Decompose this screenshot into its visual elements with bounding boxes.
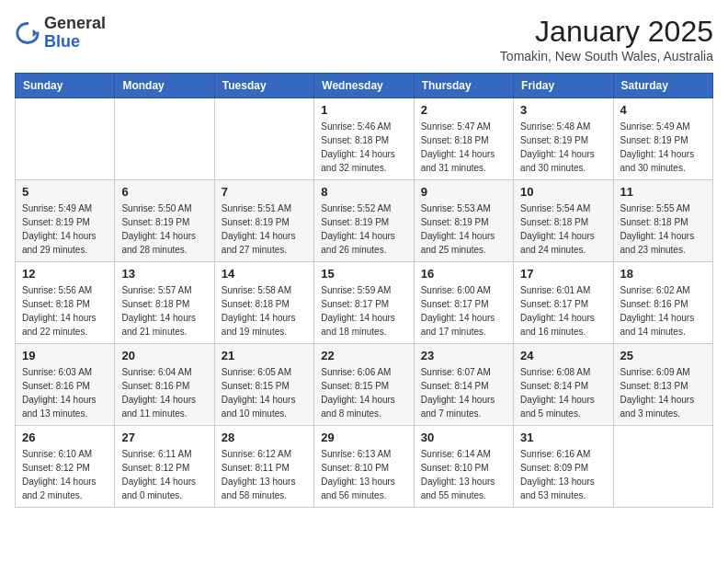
day-info: Sunrise: 6:07 AM Sunset: 8:14 PM Dayligh… — [421, 365, 506, 420]
day-number: 22 — [321, 349, 406, 362]
calendar-cell — [613, 426, 712, 508]
day-number: 6 — [121, 185, 207, 199]
day-info: Sunrise: 5:51 AM Sunset: 8:19 PM Dayligh… — [222, 201, 307, 257]
day-number: 28 — [222, 431, 307, 444]
day-info: Sunrise: 6:05 AM Sunset: 8:15 PM Dayligh… — [222, 365, 307, 420]
title-block: January 2025 Tomakin, New South Wales, A… — [500, 15, 713, 63]
calendar-cell: 22Sunrise: 6:06 AM Sunset: 8:15 PM Dayli… — [314, 344, 414, 426]
day-number: 25 — [620, 349, 706, 362]
logo-icon — [15, 20, 40, 46]
day-info: Sunrise: 6:13 AM Sunset: 8:10 PM Dayligh… — [321, 447, 406, 502]
day-info: Sunrise: 5:48 AM Sunset: 8:19 PM Dayligh… — [520, 120, 606, 175]
day-info: Sunrise: 6:00 AM Sunset: 8:17 PM Dayligh… — [421, 283, 506, 339]
calendar-cell: 30Sunrise: 6:14 AM Sunset: 8:10 PM Dayli… — [414, 426, 513, 508]
day-info: Sunrise: 6:11 AM Sunset: 8:12 PM Dayligh… — [121, 447, 207, 502]
calendar-cell: 11Sunrise: 5:55 AM Sunset: 8:18 PM Dayli… — [613, 180, 712, 262]
day-info: Sunrise: 5:49 AM Sunset: 8:19 PM Dayligh… — [620, 120, 706, 175]
day-number: 20 — [121, 349, 207, 362]
calendar-week-row: 12Sunrise: 5:56 AM Sunset: 8:18 PM Dayli… — [16, 262, 713, 344]
day-info: Sunrise: 5:56 AM Sunset: 8:18 PM Dayligh… — [22, 283, 108, 339]
calendar-cell — [115, 98, 214, 180]
day-number: 12 — [22, 267, 108, 281]
day-number: 7 — [222, 185, 307, 199]
day-number: 4 — [620, 103, 706, 117]
calendar-cell: 1Sunrise: 5:46 AM Sunset: 8:18 PM Daylig… — [314, 98, 414, 180]
calendar-cell: 21Sunrise: 6:05 AM Sunset: 8:15 PM Dayli… — [214, 344, 313, 426]
calendar-week-row: 19Sunrise: 6:03 AM Sunset: 8:16 PM Dayli… — [16, 344, 713, 426]
day-info: Sunrise: 5:58 AM Sunset: 8:18 PM Dayligh… — [222, 283, 307, 339]
calendar-cell: 28Sunrise: 6:12 AM Sunset: 8:11 PM Dayli… — [214, 426, 313, 508]
day-info: Sunrise: 6:08 AM Sunset: 8:14 PM Dayligh… — [520, 365, 606, 420]
day-number: 29 — [321, 431, 406, 444]
day-info: Sunrise: 6:12 AM Sunset: 8:11 PM Dayligh… — [222, 447, 307, 502]
day-info: Sunrise: 5:50 AM Sunset: 8:19 PM Dayligh… — [121, 201, 207, 257]
weekday-header: Monday — [115, 74, 214, 98]
calendar-week-row: 1Sunrise: 5:46 AM Sunset: 8:18 PM Daylig… — [16, 98, 713, 180]
day-number: 8 — [321, 185, 406, 199]
weekday-header: Friday — [514, 74, 613, 98]
location-title: Tomakin, New South Wales, Australia — [500, 49, 713, 63]
calendar-cell: 25Sunrise: 6:09 AM Sunset: 8:13 PM Dayli… — [613, 344, 712, 426]
day-number: 11 — [620, 185, 706, 199]
calendar-cell: 7Sunrise: 5:51 AM Sunset: 8:19 PM Daylig… — [214, 180, 313, 262]
calendar-cell: 3Sunrise: 5:48 AM Sunset: 8:19 PM Daylig… — [514, 98, 613, 180]
calendar-week-row: 26Sunrise: 6:10 AM Sunset: 8:12 PM Dayli… — [16, 426, 713, 508]
day-number: 1 — [321, 103, 406, 117]
calendar-cell: 27Sunrise: 6:11 AM Sunset: 8:12 PM Dayli… — [115, 426, 214, 508]
day-number: 31 — [520, 431, 606, 444]
day-info: Sunrise: 5:53 AM Sunset: 8:19 PM Dayligh… — [421, 201, 506, 257]
calendar-cell: 26Sunrise: 6:10 AM Sunset: 8:12 PM Dayli… — [16, 426, 115, 508]
calendar-cell: 29Sunrise: 6:13 AM Sunset: 8:10 PM Dayli… — [314, 426, 414, 508]
day-info: Sunrise: 6:14 AM Sunset: 8:10 PM Dayligh… — [421, 447, 506, 502]
calendar-cell: 13Sunrise: 5:57 AM Sunset: 8:18 PM Dayli… — [115, 262, 214, 344]
calendar-week-row: 5Sunrise: 5:49 AM Sunset: 8:19 PM Daylig… — [16, 180, 713, 262]
day-number: 26 — [22, 431, 108, 444]
logo-text: General Blue — [44, 15, 106, 52]
calendar-cell: 31Sunrise: 6:16 AM Sunset: 8:09 PM Dayli… — [514, 426, 613, 508]
day-info: Sunrise: 5:46 AM Sunset: 8:18 PM Dayligh… — [321, 120, 406, 175]
day-number: 23 — [421, 349, 506, 362]
day-info: Sunrise: 6:16 AM Sunset: 8:09 PM Dayligh… — [520, 447, 606, 502]
day-info: Sunrise: 6:04 AM Sunset: 8:16 PM Dayligh… — [121, 365, 207, 420]
day-info: Sunrise: 6:02 AM Sunset: 8:16 PM Dayligh… — [620, 283, 706, 339]
day-number: 3 — [520, 103, 606, 117]
day-info: Sunrise: 6:03 AM Sunset: 8:16 PM Dayligh… — [22, 365, 108, 420]
calendar-cell: 24Sunrise: 6:08 AM Sunset: 8:14 PM Dayli… — [514, 344, 613, 426]
weekday-header: Thursday — [414, 74, 513, 98]
day-number: 27 — [121, 431, 207, 444]
day-info: Sunrise: 5:55 AM Sunset: 8:18 PM Dayligh… — [620, 201, 706, 257]
day-number: 13 — [121, 267, 207, 281]
day-number: 19 — [22, 349, 108, 362]
calendar-cell: 19Sunrise: 6:03 AM Sunset: 8:16 PM Dayli… — [16, 344, 115, 426]
logo: General Blue — [15, 15, 106, 52]
weekday-header: Saturday — [613, 74, 712, 98]
day-number: 5 — [22, 185, 108, 199]
day-number: 14 — [222, 267, 307, 281]
day-info: Sunrise: 5:54 AM Sunset: 8:18 PM Dayligh… — [520, 201, 606, 257]
calendar-cell: 5Sunrise: 5:49 AM Sunset: 8:19 PM Daylig… — [16, 180, 115, 262]
calendar-cell — [214, 98, 313, 180]
page-header: General Blue January 2025 Tomakin, New S… — [15, 15, 713, 63]
calendar-cell — [16, 98, 115, 180]
calendar-cell: 6Sunrise: 5:50 AM Sunset: 8:19 PM Daylig… — [115, 180, 214, 262]
day-info: Sunrise: 5:59 AM Sunset: 8:17 PM Dayligh… — [321, 283, 406, 339]
calendar-cell: 2Sunrise: 5:47 AM Sunset: 8:18 PM Daylig… — [414, 98, 513, 180]
day-info: Sunrise: 5:52 AM Sunset: 8:19 PM Dayligh… — [321, 201, 406, 257]
calendar-cell: 8Sunrise: 5:52 AM Sunset: 8:19 PM Daylig… — [314, 180, 414, 262]
weekday-header: Tuesday — [214, 74, 313, 98]
calendar-cell: 16Sunrise: 6:00 AM Sunset: 8:17 PM Dayli… — [414, 262, 513, 344]
day-info: Sunrise: 5:47 AM Sunset: 8:18 PM Dayligh… — [421, 120, 506, 175]
day-number: 24 — [520, 349, 606, 362]
calendar-cell: 23Sunrise: 6:07 AM Sunset: 8:14 PM Dayli… — [414, 344, 513, 426]
calendar-header-row: SundayMondayTuesdayWednesdayThursdayFrid… — [16, 74, 713, 98]
calendar-cell: 14Sunrise: 5:58 AM Sunset: 8:18 PM Dayli… — [214, 262, 313, 344]
day-number: 2 — [421, 103, 506, 117]
day-number: 9 — [421, 185, 506, 199]
day-number: 30 — [421, 431, 506, 444]
calendar-cell: 9Sunrise: 5:53 AM Sunset: 8:19 PM Daylig… — [414, 180, 513, 262]
day-number: 10 — [520, 185, 606, 199]
day-info: Sunrise: 6:01 AM Sunset: 8:17 PM Dayligh… — [520, 283, 606, 339]
day-number: 21 — [222, 349, 307, 362]
day-info: Sunrise: 5:57 AM Sunset: 8:18 PM Dayligh… — [121, 283, 207, 339]
day-number: 18 — [620, 267, 706, 281]
